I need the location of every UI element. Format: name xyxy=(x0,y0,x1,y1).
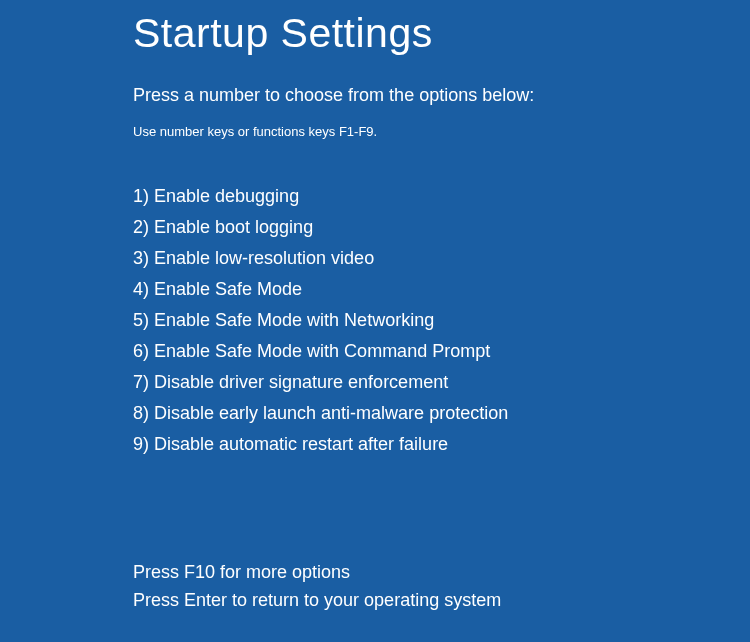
instruction-text: Press a number to choose from the option… xyxy=(133,85,750,106)
option-disable-driver-signature-enforcement[interactable]: 7) Disable driver signature enforcement xyxy=(133,367,750,398)
option-enable-low-resolution-video[interactable]: 3) Enable low-resolution video xyxy=(133,243,750,274)
boot-options-list: 1) Enable debugging 2) Enable boot loggi… xyxy=(133,181,750,460)
hint-text: Use number keys or functions keys F1-F9. xyxy=(133,124,750,139)
option-enable-safe-mode-command-prompt[interactable]: 6) Enable Safe Mode with Command Prompt xyxy=(133,336,750,367)
option-disable-early-launch-antimalware[interactable]: 8) Disable early launch anti-malware pro… xyxy=(133,398,750,429)
option-enable-debugging[interactable]: 1) Enable debugging xyxy=(133,181,750,212)
option-disable-automatic-restart[interactable]: 9) Disable automatic restart after failu… xyxy=(133,429,750,460)
footer-instructions: Press F10 for more options Press Enter t… xyxy=(133,558,750,616)
option-enable-boot-logging[interactable]: 2) Enable boot logging xyxy=(133,212,750,243)
option-enable-safe-mode[interactable]: 4) Enable Safe Mode xyxy=(133,274,750,305)
startup-settings-screen: Startup Settings Press a number to choos… xyxy=(0,0,750,615)
page-title: Startup Settings xyxy=(133,10,750,57)
option-enable-safe-mode-networking[interactable]: 5) Enable Safe Mode with Networking xyxy=(133,305,750,336)
more-options-text: Press F10 for more options xyxy=(133,558,750,587)
return-text: Press Enter to return to your operating … xyxy=(133,586,750,615)
